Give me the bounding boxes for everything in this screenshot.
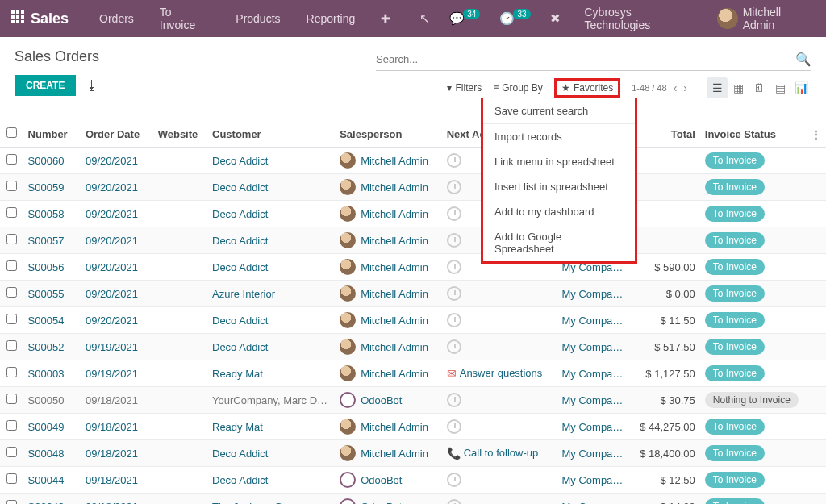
salesperson-name[interactable]: Mitchell Admin (361, 421, 428, 433)
row-checkbox[interactable] (6, 500, 17, 504)
row-checkbox[interactable] (6, 420, 17, 431)
view-graph-icon[interactable]: 📊 (791, 77, 811, 98)
cell-salesperson[interactable]: Mitchell Admin (335, 227, 442, 254)
cell-date[interactable]: 09/19/2021 (81, 360, 153, 387)
export-icon[interactable]: ⭳ (86, 78, 98, 93)
clock-icon[interactable] (447, 260, 461, 274)
select-all-checkbox[interactable] (6, 127, 17, 138)
dd-insert-list[interactable]: Insert list in spreadsheet (483, 174, 635, 199)
cell-salesperson[interactable]: Mitchell Admin (335, 360, 442, 387)
salesperson-name[interactable]: Mitchell Admin (361, 341, 428, 353)
row-checkbox[interactable] (6, 234, 17, 244)
search-icon[interactable]: 🔍 (795, 52, 811, 67)
cell-number[interactable]: S00048 (23, 440, 81, 467)
table-row[interactable]: S0004409/18/2021Deco AddictOdooBotMy Com… (0, 467, 826, 494)
cell-salesperson[interactable]: OdooBot (335, 494, 442, 505)
nav-products[interactable]: Products (226, 12, 290, 25)
pager-prev-icon[interactable]: ‹ (674, 81, 678, 94)
cell-company[interactable]: My Compa… (557, 334, 630, 360)
clock-icon[interactable] (447, 180, 461, 194)
salesperson-name[interactable]: OdooBot (361, 474, 402, 486)
salesperson-name[interactable]: Mitchell Admin (361, 448, 428, 460)
cell-date[interactable]: 09/20/2021 (81, 227, 153, 254)
cell-activity[interactable] (442, 281, 557, 307)
cell-date[interactable]: 09/20/2021 (81, 201, 153, 227)
cell-activity[interactable] (442, 387, 557, 414)
cell-salesperson[interactable]: Mitchell Admin (335, 254, 442, 281)
clock-icon[interactable] (447, 339, 461, 354)
row-checkbox[interactable] (6, 473, 17, 484)
user-menu[interactable]: Mitchell Admin (717, 6, 815, 31)
cell-customer[interactable]: Ready Mat (207, 360, 335, 387)
cell-date[interactable]: 09/18/2021 (81, 414, 153, 440)
row-checkbox[interactable] (6, 207, 17, 218)
salesperson-name[interactable]: OdooBot (361, 501, 402, 505)
cell-date[interactable]: 09/18/2021 (81, 467, 153, 494)
clock-icon[interactable] (447, 206, 461, 221)
cell-number[interactable]: S00050 (23, 387, 81, 414)
pager-value[interactable]: 1-48 / 48 (632, 83, 666, 93)
view-kanban-icon[interactable]: ▦ (728, 77, 749, 98)
table-row[interactable]: S0005209/19/2021Deco AddictMitchell Admi… (0, 334, 826, 360)
cell-activity[interactable]: 📞Call to follow-up (442, 440, 557, 467)
table-row[interactable]: S0004309/18/2021The Jackson GroupOdooBot… (0, 494, 826, 505)
cell-activity[interactable] (442, 307, 557, 334)
th-salesperson[interactable]: Salesperson (335, 121, 442, 148)
th-website[interactable]: Website (153, 121, 207, 148)
view-calendar-icon[interactable]: 🗓 (749, 77, 770, 98)
dd-add-dashboard[interactable]: Add to my dashboard (483, 199, 635, 224)
salesperson-name[interactable]: Mitchell Admin (361, 181, 428, 194)
cell-date[interactable]: 09/18/2021 (81, 440, 153, 467)
th-invoice-status[interactable]: Invoice Status (700, 121, 806, 148)
row-checkbox[interactable] (6, 260, 17, 271)
favorites-button[interactable]: ★ Favorites (554, 78, 620, 98)
table-row[interactable]: S0005509/20/2021Azure InteriorMitchell A… (0, 281, 826, 307)
nav-orders[interactable]: Orders (90, 12, 144, 25)
clock-icon[interactable] (447, 393, 461, 407)
activity-text[interactable]: Call to follow-up (464, 447, 539, 459)
salesperson-name[interactable]: Mitchell Admin (361, 288, 428, 300)
row-checkbox[interactable] (6, 314, 17, 324)
dd-link-menu[interactable]: Link menu in spreadsheet (483, 149, 635, 174)
cell-date[interactable]: 09/20/2021 (81, 281, 153, 307)
cell-customer[interactable]: Azure Interior (207, 281, 335, 307)
cell-customer[interactable]: Deco Addict (207, 174, 335, 201)
cell-activity[interactable] (442, 467, 557, 494)
groupby-button[interactable]: ≡ Group By (493, 82, 543, 94)
cell-salesperson[interactable]: Mitchell Admin (335, 148, 442, 174)
cell-customer[interactable]: The Jackson Group (207, 494, 335, 505)
nav-to-invoice[interactable]: To Invoice (150, 6, 219, 31)
table-row[interactable]: S0005609/20/2021Deco AddictMitchell Admi… (0, 254, 826, 281)
salesperson-name[interactable]: Mitchell Admin (361, 208, 428, 220)
cell-date[interactable]: 09/18/2021 (81, 494, 153, 505)
dd-import-records[interactable]: Import records (483, 124, 635, 149)
cell-activity[interactable] (442, 494, 557, 505)
app-brand[interactable]: Sales (31, 10, 69, 27)
row-checkbox[interactable] (6, 340, 17, 351)
cell-date[interactable]: 09/19/2021 (81, 334, 153, 360)
shortcut-icon[interactable]: ↖ (413, 11, 436, 26)
nav-reporting[interactable]: Reporting (297, 12, 365, 25)
cell-number[interactable]: S00044 (23, 467, 81, 494)
company-switcher[interactable]: Cybrosys Technologies (574, 6, 711, 31)
cell-customer[interactable]: Deco Addict (207, 307, 335, 334)
cell-company[interactable]: My Compa… (557, 414, 630, 440)
th-options-icon[interactable]: ⋮ (805, 121, 826, 148)
activities-icon[interactable]: 🕑33 (493, 11, 536, 26)
cell-date[interactable]: 09/20/2021 (81, 307, 153, 334)
table-row[interactable]: S0005909/20/2021Deco AddictMitchell Admi… (0, 174, 826, 201)
cell-customer[interactable]: Deco Addict (207, 148, 335, 174)
pager-next-icon[interactable]: › (683, 81, 687, 94)
row-checkbox[interactable] (6, 367, 17, 377)
clock-icon[interactable] (447, 419, 461, 434)
cell-salesperson[interactable]: Mitchell Admin (335, 440, 442, 467)
th-total[interactable]: Total (629, 121, 700, 148)
cell-number[interactable]: S00060 (23, 148, 81, 174)
cell-customer[interactable]: Ready Mat (207, 414, 335, 440)
salesperson-name[interactable]: OdooBot (361, 394, 402, 406)
clock-icon[interactable] (447, 313, 461, 327)
row-checkbox[interactable] (6, 447, 17, 457)
table-row[interactable]: S0005809/20/2021Deco AddictMitchell Admi… (0, 201, 826, 227)
salesperson-name[interactable]: Mitchell Admin (361, 155, 428, 167)
cell-number[interactable]: S00058 (23, 201, 81, 227)
